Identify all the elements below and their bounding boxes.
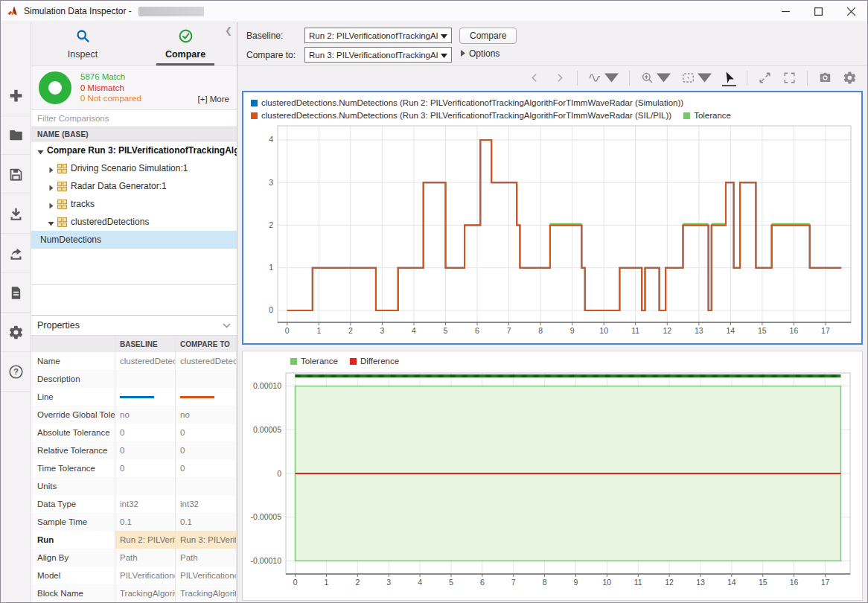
legend-item[interactable]: clusteredDetections.NumDetections (Run 2… [251, 97, 683, 109]
toolbar-divider [807, 71, 808, 86]
add-button[interactable] [1, 76, 31, 115]
dropdown-caret-icon[interactable] [657, 71, 671, 85]
tree-item[interactable]: Driving Scenario Simulation:1 [31, 159, 237, 177]
back-tool-button[interactable] [528, 71, 542, 86]
property-value-compare: 0 [176, 441, 237, 459]
app-window: Simulation Data Inspector - ? Inspect [0, 0, 868, 603]
left-toolbar: ? [1, 22, 31, 602]
expand-tool-button[interactable] [758, 71, 772, 86]
signal-wave-tool-button[interactable] [588, 71, 619, 86]
add-icon [8, 88, 24, 103]
save-button[interactable] [1, 155, 31, 194]
maximize-button[interactable] [802, 1, 835, 22]
preferences-button[interactable] [1, 313, 31, 352]
property-value-compare: no [176, 406, 237, 424]
open-folder-icon [8, 127, 24, 143]
legend-item[interactable]: clusteredDetections.NumDetections (Run 3… [251, 109, 671, 121]
svg-text:11: 11 [631, 326, 639, 335]
legend-label: clusteredDetections.NumDetections (Run 3… [261, 109, 671, 121]
expanded-caret-icon[interactable] [37, 147, 44, 154]
dropdown-caret-icon[interactable] [604, 71, 619, 85]
property-value-baseline [115, 477, 176, 495]
legend-label: clusteredDetections.NumDetections (Run 2… [261, 97, 683, 109]
baseline-run-dropdown[interactable]: Run 2: PILVerificationofTrackingAl [304, 28, 452, 43]
svg-text:13: 13 [696, 578, 705, 587]
tree-item[interactable]: Compare Run 3: PILVerificationofTracking… [31, 141, 237, 159]
fit-view-tool-button[interactable] [681, 71, 712, 86]
more-link[interactable]: [+] More [197, 95, 229, 103]
difference-plot[interactable]: 012345678910111213141516170.000100.00005… [243, 367, 862, 600]
comparison-plot[interactable]: 0123456789101112131415161701234 [243, 121, 861, 343]
tree-empty-area [31, 249, 237, 285]
forward-tool-button[interactable] [552, 71, 567, 86]
tab-inspect[interactable]: Inspect [31, 22, 134, 66]
svg-text:7: 7 [511, 578, 516, 587]
dropdown-caret-icon[interactable] [698, 71, 712, 85]
import-button[interactable] [1, 194, 31, 234]
difference-chart-card[interactable]: ToleranceDifference 01234567891011121314… [242, 351, 863, 601]
minimize-button[interactable] [769, 1, 802, 22]
report-button[interactable] [1, 273, 31, 313]
property-value-baseline: 0 [115, 441, 176, 459]
expanded-caret-icon[interactable] [48, 219, 54, 226]
tree-item-label: Driving Scenario Simulation:1 [71, 163, 188, 173]
property-value-baseline[interactable] [115, 388, 176, 406]
property-value-compare: 0 [176, 459, 237, 477]
properties-title: Properties [37, 320, 80, 331]
tree-item[interactable]: tracks [31, 195, 237, 213]
collapsed-caret-icon[interactable] [48, 165, 54, 172]
match-donut-chart [39, 71, 71, 104]
svg-text:0: 0 [269, 305, 273, 314]
legend-item[interactable]: Difference [350, 355, 399, 367]
collapsed-caret-icon[interactable] [48, 183, 54, 190]
settings-tool-button[interactable] [843, 71, 857, 86]
open-folder-button[interactable] [1, 115, 31, 155]
signal-group-icon [57, 182, 67, 191]
legend-item[interactable]: Tolerance [683, 109, 731, 121]
property-value-baseline: 0 [115, 424, 176, 441]
comparison-summary: 5876 Match 0 Mismatch 0 Not compared [+]… [31, 66, 237, 110]
tree-item[interactable]: NumDetections [31, 231, 237, 249]
tree-item-label: Compare Run 3: PILVerificationofTracking… [47, 145, 237, 156]
difference-chart-legend: ToleranceDifference [243, 351, 862, 367]
property-label: Block Name [31, 584, 115, 602]
svg-text:2: 2 [269, 220, 273, 229]
collapsed-caret-icon[interactable] [48, 201, 54, 208]
export-icon [8, 246, 24, 261]
filter-comparisons-input[interactable] [31, 110, 237, 127]
svg-text:3: 3 [269, 178, 273, 187]
close-button[interactable] [835, 1, 867, 22]
property-value-baseline: Run 2: PILVerif [115, 531, 176, 549]
svg-text:9: 9 [570, 326, 575, 335]
tree-item[interactable]: Radar Data Generator:1 [31, 177, 237, 195]
compare-button[interactable]: Compare [459, 28, 517, 44]
tree-item[interactable]: clusteredDetections [31, 213, 237, 231]
help-button[interactable]: ? [1, 352, 31, 392]
chevron-down-icon[interactable] [223, 320, 231, 331]
svg-text:9: 9 [574, 578, 578, 587]
cursor-icon [722, 71, 736, 85]
tab-compare[interactable]: Compare [134, 22, 237, 66]
collapse-sidebar-icon[interactable]: ❮ [225, 25, 232, 36]
compare-to-run-dropdown[interactable]: Run 3: PILVerificationofTrackingAl [304, 47, 452, 63]
tree-column-header: NAME (BASE) [31, 127, 237, 141]
zoom-in-tool-button[interactable] [640, 71, 671, 86]
help-icon: ? [8, 364, 24, 380]
mismatch-count: 0 Mismatch [80, 83, 141, 94]
options-triangle-icon [461, 48, 465, 59]
legend-label: Tolerance [301, 355, 338, 367]
tree-item-label: clusteredDetections [71, 217, 149, 227]
window-title: Simulation Data Inspector - [24, 6, 132, 16]
options-disclosure[interactable]: Options [459, 48, 517, 59]
property-value-compare[interactable] [176, 388, 237, 406]
svg-text:0: 0 [277, 469, 281, 478]
camera-tool-button[interactable] [818, 71, 832, 86]
svg-text:5: 5 [444, 326, 448, 335]
cursor-tool-button[interactable] [722, 71, 736, 86]
fullscreen-tool-button[interactable] [782, 71, 797, 86]
export-button[interactable] [1, 234, 31, 273]
legend-item[interactable]: Tolerance [290, 355, 338, 367]
signal-wave-icon [588, 71, 602, 85]
svg-text:15: 15 [759, 578, 768, 587]
comparison-chart-card[interactable]: clusteredDetections.NumDetections (Run 2… [242, 91, 863, 345]
